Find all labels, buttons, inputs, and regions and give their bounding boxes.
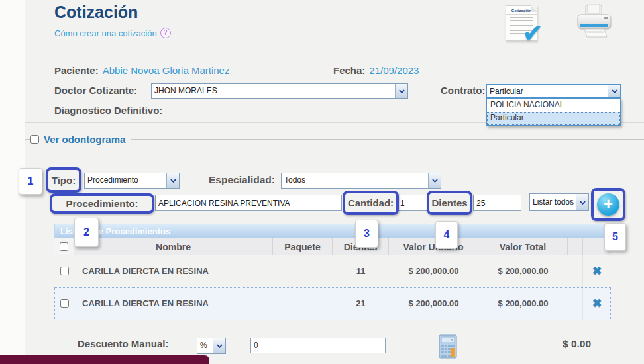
calculate-discount-button[interactable]: 0	[439, 334, 457, 361]
annotation-step-1: 1	[19, 168, 42, 195]
odontogram-label: Ver odontograma	[44, 134, 125, 145]
table-bottom-divider	[25, 326, 644, 326]
table-title: Listado de Procedimientos	[54, 224, 611, 238]
delete-row-icon[interactable]: ✖	[592, 296, 602, 310]
specialty-select[interactable]: Todos	[281, 173, 441, 189]
print-button[interactable]	[574, 4, 615, 44]
row-name: CARILLA DIERCTA EN RESINA	[74, 298, 273, 308]
doctor-label: Doctor Cotizante:	[54, 85, 137, 96]
cotizacion-page: Cotización Cómo crear una cotización ? C…	[0, 0, 644, 364]
fieldset-line	[25, 139, 30, 140]
column-header-valor-unitario[interactable]: Valor Unitario	[389, 238, 478, 255]
discount-amount-input[interactable]	[250, 338, 386, 353]
printer-icon	[574, 4, 615, 41]
column-header-paquete[interactable]: Paquete	[273, 238, 333, 255]
procedures-table: Listado de Procedimientos Nombre Paquete…	[54, 224, 611, 320]
specialty-label: Especialidad:	[209, 174, 275, 186]
teeth-label: Dientes	[431, 197, 467, 208]
annotation-outline-add: +	[591, 188, 625, 221]
table-header-row: Nombre Paquete Dientes Valor Unitario Va…	[54, 238, 611, 255]
row-spacer	[568, 255, 583, 287]
row-teeth: 11	[333, 266, 389, 276]
procedure-input[interactable]	[155, 195, 342, 211]
help-question-icon[interactable]: ?	[160, 28, 171, 38]
row-name: CARILLA DIERCTA EN RESINA	[74, 266, 273, 276]
fieldset-line	[131, 139, 644, 140]
chevron-down-icon[interactable]	[166, 173, 179, 188]
patient-label: Paciente:	[54, 65, 99, 76]
row-checkbox[interactable]	[60, 299, 69, 308]
annotation-outline-procedimiento: Procedimiento:	[50, 193, 154, 214]
discount-unit-select[interactable]: %	[197, 338, 226, 354]
row-teeth: 21	[333, 298, 389, 308]
contract-select-value: Particular	[487, 85, 608, 97]
date-label: Fecha:	[333, 65, 365, 76]
row-total-value: $ 200,000.00	[478, 266, 568, 276]
date-value: 21/09/2023	[369, 65, 419, 76]
add-procedure-button[interactable]: +	[597, 193, 619, 216]
row-unit-value: $ 200,000.00	[389, 266, 478, 276]
list-filter-value: Listar todos	[530, 194, 576, 210]
column-header-spacer	[568, 238, 583, 255]
annotation-outline-tipo: Tipo:	[46, 167, 81, 193]
type-select-value: Procedimiento	[85, 173, 166, 188]
annotation-outline-cantidad: Cantidad:	[343, 191, 399, 215]
chevron-down-icon[interactable]	[213, 338, 225, 353]
row-total-value: $ 200,000.00	[478, 298, 568, 308]
check-icon: ✔	[522, 21, 543, 46]
bottom-progress-bar	[0, 355, 209, 364]
row-unit-value: $ 200,000.00	[389, 298, 478, 308]
chevron-down-icon[interactable]	[395, 84, 407, 98]
diagnosis-label: Diagnostico Definitivo:	[54, 105, 162, 116]
quantity-label: Cantidad:	[348, 197, 394, 208]
doctor-select-value: JHON MORALES	[152, 84, 395, 98]
header-divider	[25, 52, 644, 52]
delete-row-icon[interactable]: ✖	[592, 264, 602, 278]
page-title: Cotización	[54, 3, 138, 22]
annotation-outline-dientes: Dientes	[427, 191, 472, 215]
contract-option-selected[interactable]: Particular	[487, 112, 620, 125]
discount-unit-value: %	[197, 338, 213, 353]
contract-option[interactable]: POLICIA NACIONAL	[487, 99, 620, 112]
chevron-down-icon[interactable]	[428, 173, 441, 188]
save-quote-button[interactable]: Cotización ✔	[506, 5, 537, 41]
table-row: CARILLA DIERCTA EN RESINA 11 $ 200,000.0…	[54, 255, 611, 287]
row-checkbox[interactable]	[60, 267, 69, 275]
help-link[interactable]: Cómo crear una cotización	[54, 28, 157, 38]
select-all-checkbox[interactable]	[60, 242, 68, 251]
manual-discount-label: Descuento Manual:	[78, 338, 169, 349]
discount-total-value: $ 0.00	[563, 338, 591, 350]
quantity-input[interactable]	[397, 195, 427, 211]
chevron-down-icon[interactable]	[576, 194, 588, 210]
patient-name: Abbie Novoa Gloria Martinez	[103, 65, 230, 76]
teeth-input[interactable]	[473, 195, 521, 211]
type-label: Tipo:	[52, 175, 76, 186]
annotation-step-2: 2	[74, 218, 99, 247]
contract-label: Contrato:	[441, 85, 486, 96]
row-spacer	[568, 287, 583, 320]
procedure-label: Procedimiento:	[66, 198, 138, 209]
page-fold-decoration	[531, 5, 537, 12]
odontogram-checkbox[interactable]	[30, 135, 39, 144]
list-filter-select[interactable]: Listar todos	[529, 193, 589, 211]
column-header-nombre[interactable]: Nombre	[74, 238, 273, 255]
plus-icon: +	[604, 195, 613, 212]
contract-select[interactable]: Particular	[486, 84, 621, 98]
table-row: CARILLA DIERCTA EN RESINA 21 $ 200,000.0…	[54, 287, 611, 320]
specialty-select-value: Todos	[282, 173, 428, 188]
chevron-down-icon[interactable]	[608, 85, 620, 97]
type-select[interactable]: Procedimiento	[84, 173, 180, 189]
annotation-step-3: 3	[355, 220, 378, 248]
annotation-step-4: 4	[435, 221, 458, 249]
doctor-select[interactable]: JHON MORALES	[151, 83, 408, 99]
contract-dropdown-list: POLICIA NACIONAL Particular	[486, 98, 621, 126]
column-header-valor-total[interactable]: Valor Total	[478, 238, 568, 255]
annotation-step-5: 5	[604, 223, 626, 251]
